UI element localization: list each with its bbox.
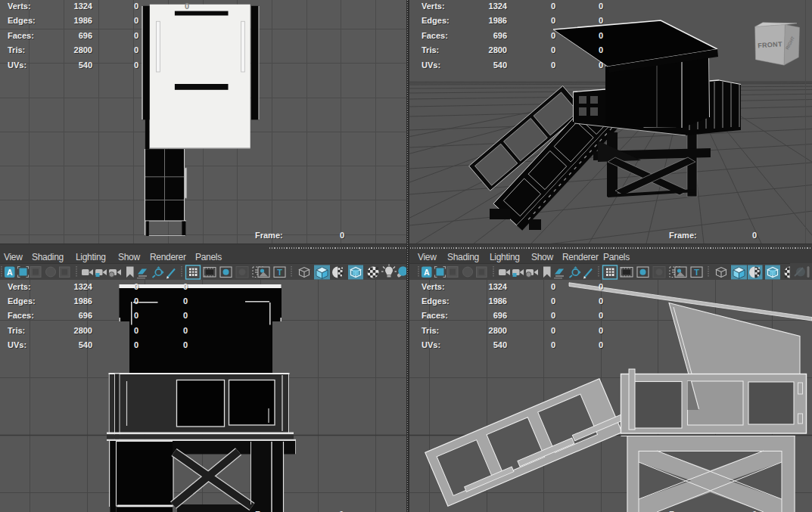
svg-text:0: 0 (185, 2, 189, 11)
